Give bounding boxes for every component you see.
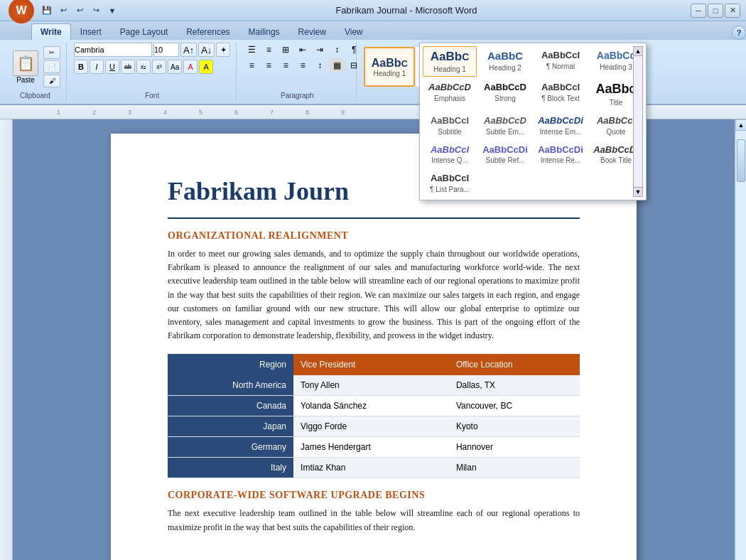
tab-review[interactable]: Review (289, 23, 335, 40)
minimize-button[interactable]: ─ (691, 4, 706, 18)
tab-view[interactable]: View (335, 23, 372, 40)
close-button[interactable]: ✕ (725, 4, 740, 18)
quick-access-toolbar: 💾 ↩ ↩ ↪ ▼ (37, 4, 122, 18)
paragraph-label: Paragraph (281, 92, 314, 99)
popup-style-intenseref[interactable]: AaBbCcDi Intense Re... (534, 141, 588, 168)
popup-normal-preview: AaBbCcI (537, 50, 584, 61)
section1-body: In order to meet our growing sales deman… (168, 247, 580, 343)
strikethrough-button[interactable]: ab (121, 60, 135, 74)
paste-button[interactable]: 📋 Paste (10, 48, 41, 87)
popup-subtleref-preview: AaBbCcDi (482, 144, 529, 156)
line-spacing-button[interactable]: ↕ (312, 58, 328, 72)
popup-style-heading1[interactable]: AaBbC Heading 1 (423, 46, 477, 77)
popup-style-subtleref[interactable]: AaBbCcDi Subtle Ref... (478, 141, 532, 168)
window-controls: ─ □ ✕ (691, 4, 740, 18)
popup-h2-label: Heading 2 (482, 64, 529, 72)
align-right-button[interactable]: ≡ (278, 58, 293, 72)
styles-popup: AaBbC Heading 1 AaBbC Heading 2 AaBbCcI … (419, 43, 647, 200)
font-top-row: A↑ A↓ ✦ (74, 43, 230, 57)
format-painter-button[interactable]: 🖌 (43, 75, 60, 87)
numbered-list-button[interactable]: ≡ (261, 43, 276, 57)
bullet-list-button[interactable]: ☰ (244, 43, 259, 57)
subscript-button[interactable]: x₂ (136, 60, 151, 74)
popup-subtitle-label: Subtitle (426, 128, 473, 136)
italic-button[interactable]: I (90, 60, 104, 74)
clipboard-group: 📋 Paste ✂ 📄 🖌 Clipboard (4, 43, 67, 101)
vp-cell: Yolanda Sánchez (293, 396, 449, 416)
office-cell: Dallas, TX (449, 375, 580, 396)
popup-style-emphasis[interactable]: AaBbCcD Emphasis (423, 78, 477, 110)
section2-body: The next executive leadership team outli… (168, 507, 580, 534)
font-size-input[interactable] (153, 43, 179, 57)
popup-style-listpara[interactable]: AaBbCcI ¶ List Para... (423, 169, 477, 197)
list-buttons: ☰ ≡ ⊞ ⇤ ⇥ ↕ ¶ (244, 43, 362, 57)
scroll-up-button[interactable]: ▲ (735, 119, 746, 131)
multilevel-list-button[interactable]: ⊞ (278, 43, 293, 57)
shading-button[interactable]: ▦ (329, 58, 345, 72)
popup-style-normal[interactable]: AaBbCcI ¶ Normal (534, 46, 588, 77)
scroll-track (735, 131, 746, 560)
popup-listpara-label: ¶ List Para... (426, 185, 473, 193)
popup-style-heading2[interactable]: AaBbC Heading 2 (478, 46, 532, 77)
bold-button[interactable]: B (74, 60, 88, 74)
office-button[interactable]: W (9, 0, 34, 23)
popup-scroll-down[interactable]: ▼ (633, 187, 643, 197)
highlight-button[interactable]: A (199, 60, 213, 74)
popup-emphasis-preview: AaBbCcD (426, 82, 473, 93)
vp-cell: James Hendergart (293, 437, 449, 458)
clipboard-label: Clipboard (20, 92, 50, 99)
tab-write[interactable]: Write (31, 23, 71, 40)
font-color-button[interactable]: A (183, 60, 198, 74)
increase-indent-button[interactable]: ⇥ (312, 43, 328, 57)
font-bottom-row: B I U ab x₂ x² Aa A A (74, 60, 213, 74)
change-case-button[interactable]: Aa (168, 60, 182, 74)
popup-intenseref-label: Intense Re... (537, 156, 584, 164)
region-cell: Italy (168, 458, 293, 478)
popup-style-intenseq[interactable]: AaBbCcI Intense Q... (423, 141, 477, 168)
undo-button[interactable]: ↩ (56, 4, 70, 18)
align-left-button[interactable]: ≡ (244, 58, 259, 72)
align-buttons: ≡ ≡ ≡ ≡ ↕ ▦ ⊟ (244, 58, 362, 72)
restore-button[interactable]: □ (708, 4, 723, 18)
vertical-scrollbar: ▲ ▼ (735, 119, 746, 560)
superscript-button[interactable]: x² (152, 60, 166, 74)
popup-block-label: ¶ Block Text (537, 95, 584, 102)
clear-format-button[interactable]: ✦ (216, 43, 230, 57)
align-center-button[interactable]: ≡ (261, 58, 276, 72)
redo-button[interactable]: ↪ (89, 4, 103, 18)
shrink-font-button[interactable]: A↓ (198, 43, 215, 57)
popup-listpara-preview: AaBbCcI (426, 173, 473, 184)
underline-button[interactable]: U (105, 60, 119, 74)
tab-references[interactable]: References (177, 23, 239, 40)
help-button[interactable]: ? (732, 26, 746, 40)
popup-scroll-up[interactable]: ▲ (633, 46, 643, 56)
regional-table: Region Vice President Office Location No… (168, 354, 580, 478)
vertical-ruler (0, 119, 13, 560)
cut-button[interactable]: ✂ (43, 46, 60, 59)
heading1-label: Heading 1 (374, 70, 406, 77)
popup-style-strong[interactable]: AaBbCcD Strong (478, 78, 532, 110)
undo-arrow[interactable]: ↩ (72, 4, 87, 18)
font-family-input[interactable] (74, 43, 152, 57)
copy-button[interactable]: 📄 (43, 60, 60, 73)
save-button[interactable]: 💾 (40, 4, 54, 18)
paste-icon: 📋 (13, 50, 38, 76)
popup-style-subtleem[interactable]: AaBbCcD Subtle Em... (478, 112, 532, 139)
popup-intenseem-label: Intense Em... (537, 128, 584, 136)
tab-insert[interactable]: Insert (71, 23, 111, 40)
window-title: Fabrikam Journal - Microsoft Word (122, 5, 691, 16)
region-cell: Japan (168, 416, 293, 437)
table-row: North America Tony Allen Dallas, TX (168, 375, 580, 396)
tab-page-layout[interactable]: Page Layout (111, 23, 177, 40)
justify-button[interactable]: ≡ (295, 58, 310, 72)
decrease-indent-button[interactable]: ⇤ (295, 43, 310, 57)
style-heading1[interactable]: AaBbC Heading 1 (364, 47, 415, 87)
scroll-thumb[interactable] (737, 139, 745, 182)
tab-mailings[interactable]: Mailings (239, 23, 289, 40)
popup-style-intenseem[interactable]: AaBbCcDi Intense Em... (534, 112, 588, 139)
grow-font-button[interactable]: A↑ (180, 43, 197, 57)
popup-style-blocktext[interactable]: AaBbCcI ¶ Block Text (534, 78, 588, 110)
popup-style-subtitle[interactable]: AaBbCcI Subtitle (423, 112, 477, 139)
qat-dropdown[interactable]: ▼ (105, 4, 119, 18)
sort-button[interactable]: ↕ (329, 43, 345, 57)
